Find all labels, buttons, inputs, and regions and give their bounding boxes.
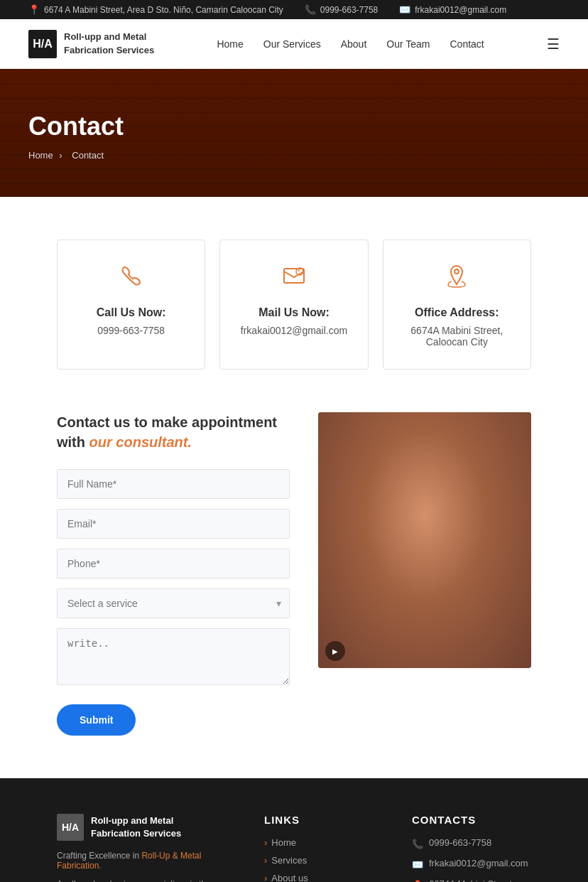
nav-home[interactable]: Home	[217, 38, 243, 50]
form-heading: Contact us to make appointment with our …	[57, 412, 290, 452]
call-card: Call Us Now: 0999-663-7758	[57, 240, 205, 370]
address-card-value: 6674A Mabini Street, Caloocan City	[398, 325, 516, 348]
mail-card-icon	[234, 262, 353, 296]
footer-link-services[interactable]: Services	[264, 855, 383, 866]
mail-card: Mail Us Now: frkakai0012@gmail.com	[219, 240, 368, 370]
page-title: Contact	[28, 112, 560, 141]
footer-contacts-title: CONTACTS	[412, 814, 531, 826]
nav-contact[interactable]: Contact	[450, 38, 484, 50]
message-textarea[interactable]	[57, 628, 290, 685]
service-select[interactable]: Select a service Roll-Up Door Installati…	[57, 588, 290, 618]
logo-icon: H/A	[28, 30, 57, 58]
footer-logo: H/A Roll-upp and Metal Fabrication Servi…	[57, 814, 236, 841]
location-card-icon	[398, 262, 516, 296]
top-bar: 📍 6674 A Mabini Street, Area D Sto. Niño…	[0, 0, 588, 19]
email-group	[57, 509, 290, 539]
play-icon: ▶	[325, 641, 345, 661]
contact-cards-section: Call Us Now: 0999-663-7758 Mail Us Now: …	[0, 197, 588, 398]
footer-email-item: ✉️ frkakai0012@gmail.com	[412, 858, 531, 870]
logo-text: Roll-upp and Metal Fabrication Services	[64, 31, 154, 56]
footer-phone-item: 📞 0999-663-7758	[412, 837, 531, 849]
consultant-image: ▶	[318, 412, 531, 668]
footer-email-icon: ✉️	[412, 859, 423, 870]
footer-links-list: Home Services About us Our Team Contact	[264, 837, 383, 882]
address-card: Office Address: 6674A Mabini Street, Cal…	[383, 240, 531, 370]
phone-input[interactable]	[57, 549, 290, 579]
form-heading-accent: our consultant.	[89, 434, 192, 450]
mail-card-value: frkakai0012@gmail.com	[234, 325, 353, 336]
call-card-value: 0999-663-7758	[72, 325, 190, 336]
footer: H/A Roll-upp and Metal Fabrication Servi…	[0, 778, 588, 882]
full-name-group	[57, 469, 290, 499]
footer-tagline: Crafting Excellence in Roll-Up & Metal F…	[57, 851, 236, 871]
breadcrumb-current: Contact	[72, 150, 104, 161]
top-bar-email: ✉️ frkakai0012@gmail.com	[399, 4, 506, 15]
contact-form-section: Contact us to make appointment with our …	[0, 398, 588, 778]
service-group: Select a service Roll-Up Door Installati…	[57, 588, 290, 618]
footer-links-title: LINKS	[264, 814, 383, 826]
submit-button[interactable]: Submit	[57, 704, 136, 736]
nav-our-team[interactable]: Our Team	[386, 38, 430, 50]
address-card-title: Office Address:	[398, 306, 516, 319]
footer-address-item: 📍 6674A Mabini Street Area D Sto. Niño C…	[412, 878, 531, 882]
consultant-image-side: ▶	[318, 412, 531, 668]
footer-grid: H/A Roll-upp and Metal Fabrication Servi…	[57, 814, 531, 882]
phone-card-icon	[72, 262, 190, 296]
mail-card-title: Mail Us Now:	[234, 306, 353, 319]
email-input[interactable]	[57, 509, 290, 539]
nav-about[interactable]: About	[341, 38, 367, 50]
top-bar-address: 📍 6674 A Mabini Street, Area D Sto. Niño…	[28, 4, 283, 15]
main-nav: Home Our Services About Our Team Contact	[217, 38, 484, 50]
logo: H/A Roll-upp and Metal Fabrication Servi…	[28, 30, 154, 58]
phone-icon: 📞	[305, 4, 316, 15]
footer-logo-text: Roll-upp and Metal Fabrication Services	[91, 814, 181, 840]
footer-logo-icon: H/A	[57, 814, 84, 841]
breadcrumb-home[interactable]: Home	[28, 150, 53, 161]
full-name-input[interactable]	[57, 469, 290, 499]
nav-our-services[interactable]: Our Services	[263, 38, 321, 50]
location-icon: 📍	[28, 4, 40, 15]
svg-rect-0	[284, 269, 304, 283]
hamburger-icon[interactable]: ☰	[547, 36, 560, 53]
footer-phone-icon: 📞	[412, 839, 423, 849]
footer-link-about[interactable]: About us	[264, 873, 383, 882]
message-group	[57, 628, 290, 687]
footer-contacts-col: CONTACTS 📞 0999-663-7758 ✉️ frkakai0012@…	[412, 814, 531, 882]
breadcrumb: Home › Contact	[28, 150, 560, 161]
email-icon: ✉️	[399, 4, 410, 15]
call-card-title: Call Us Now:	[72, 306, 190, 319]
hero-section: Contact Home › Contact	[0, 69, 588, 197]
form-side: Contact us to make appointment with our …	[57, 412, 290, 736]
top-bar-phone: 📞 0999-663-7758	[305, 4, 378, 15]
header: H/A Roll-upp and Metal Fabrication Servi…	[0, 19, 588, 69]
footer-description: A roll-up door business specializes in t…	[57, 878, 236, 882]
phone-group	[57, 549, 290, 579]
svg-point-2	[454, 269, 459, 274]
footer-link-home[interactable]: Home	[264, 837, 383, 848]
footer-about-col: H/A Roll-upp and Metal Fabrication Servi…	[57, 814, 236, 882]
footer-links-col: LINKS Home Services About us Our Team Co…	[264, 814, 383, 882]
